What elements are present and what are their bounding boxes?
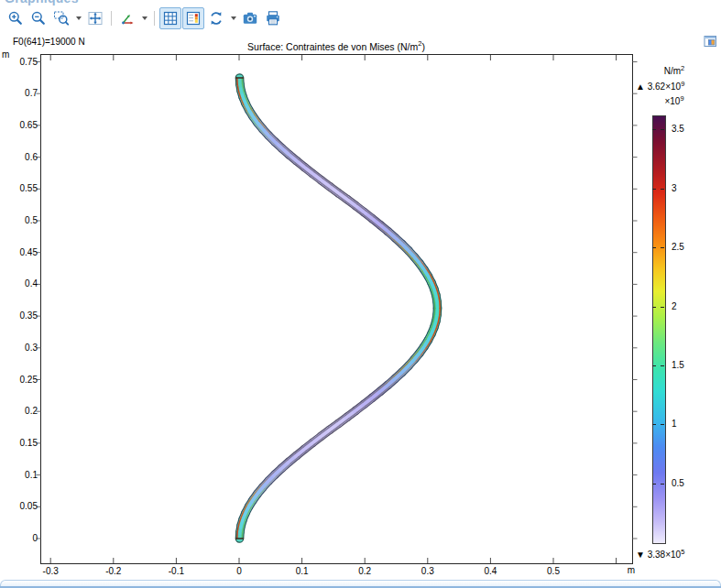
colorbar-tick [661,247,664,248]
y-tick-label: 0.4 [0,278,38,289]
legend-scale-factor: ×109 [650,93,698,107]
panel-title-clipped: Graphiques [5,0,115,6]
colorbar-tick [661,189,664,190]
detach-window-icon[interactable] [704,35,717,48]
zoom-extents-icon [87,10,104,27]
y-tick-label: 0.1 [0,470,38,481]
legend-min-value: ▼ 3.38×105 [636,547,684,561]
colorbar-tick-label: 2.5 [672,242,699,253]
x-tick-label: 0.5 [530,566,576,577]
view-axes-button[interactable] [116,7,138,29]
legend-max-value: ▲ 3.62×109 [636,79,684,93]
colorbar-tick-label: 1.5 [672,360,699,371]
zoom-out-icon [30,10,47,27]
colorbar-tick-label: 2 [672,301,699,312]
zoom-in-icon [7,10,24,27]
chevron-down-icon [231,16,236,20]
y-tick-label: 0.2 [0,406,38,417]
colorbar-gradient [652,115,666,544]
up-triangle-icon: ▲ [636,82,645,92]
colorbar-tick [652,247,656,248]
grid-button[interactable] [159,7,181,29]
colorbar-tick [661,129,664,130]
y-tick-label: 0 [0,533,38,544]
view-axes-icon [119,10,136,27]
colorbar-tick-label: 0.5 [672,478,699,489]
x-tick-label: -0.1 [153,566,199,577]
y-tick-label: 0.3 [0,343,38,354]
refresh-plot-dropdown-arrow[interactable] [228,8,238,28]
colorbar-tick [661,484,664,485]
x-tick-label: -0.2 [91,566,137,577]
colorbar-tick [652,189,656,190]
y-tick-label: 0.15 [0,438,38,449]
x-axis-unit: m [619,565,643,576]
down-triangle-icon: ▼ [636,550,645,560]
refresh-plot-button[interactable] [205,7,227,29]
colorbar-tick-label: 3.5 [672,124,699,135]
zoom-out-button[interactable] [27,7,49,29]
colorbar-tick [652,365,656,366]
y-tick-label: 0.45 [0,247,38,258]
x-tick-label: 0.2 [342,566,388,577]
zoom-box-button[interactable] [50,7,72,29]
graphics-panel: Graphiques F0(641)=19000 N Surface: Cont… [0,0,721,588]
graphics-toolbar [5,7,284,29]
zoom-extents-button[interactable] [84,7,106,29]
print-button[interactable] [262,7,284,29]
chevron-down-icon [142,16,147,20]
toolbar-separator [111,11,112,26]
colorbar-tick [661,365,664,366]
y-tick-label: 0.35 [0,310,38,321]
zoom-in-button[interactable] [5,7,27,29]
legend-unit: N/m2 [650,63,698,77]
y-tick-label: 0.6 [0,152,38,163]
legend-icon [185,10,202,27]
grid-icon [162,10,179,27]
colorbar-tick [652,307,656,308]
zoom-box-icon [53,10,70,27]
y-tick-label: 0.05 [0,501,38,512]
plot-title: Surface: Contraintes de von Mises (N/m2) [40,38,632,52]
colorbar-tick [661,424,664,425]
colorbar-tick [652,424,656,425]
y-tick-label: 0.5 [0,215,38,226]
x-tick-label: -0.3 [27,566,73,577]
y-tick-label: 0.65 [0,120,38,131]
x-tick-label: 0.4 [467,566,513,577]
y-tick-label: 0.7 [0,88,38,99]
colorbar-tick-label: 1 [672,419,699,430]
print-icon [265,10,281,27]
colorbar-tick [652,129,656,130]
colorbar-tick-label: 3 [672,183,699,194]
y-tick-label: 0.75 [0,57,38,68]
panel-title: Graphiques [5,0,115,5]
view-axes-dropdown-arrow[interactable] [139,8,149,28]
colorbar-tick [661,307,664,308]
y-tick-label: 0.55 [0,183,38,194]
x-tick-label: 0.1 [279,566,325,577]
chevron-down-icon [76,16,82,20]
toolbar-separator [154,11,155,26]
refresh-plot-icon [208,10,224,27]
x-tick-label: 0 [216,566,262,577]
y-tick-label: 0.25 [0,375,38,386]
legend-button[interactable] [182,7,204,29]
x-tick-label: 0.3 [405,566,451,577]
plot-area[interactable] [40,54,632,563]
camera-icon [242,10,258,27]
colorbar-tick [652,484,656,485]
camera-button[interactable] [239,7,261,29]
zoom-box-dropdown-arrow[interactable] [73,8,83,28]
